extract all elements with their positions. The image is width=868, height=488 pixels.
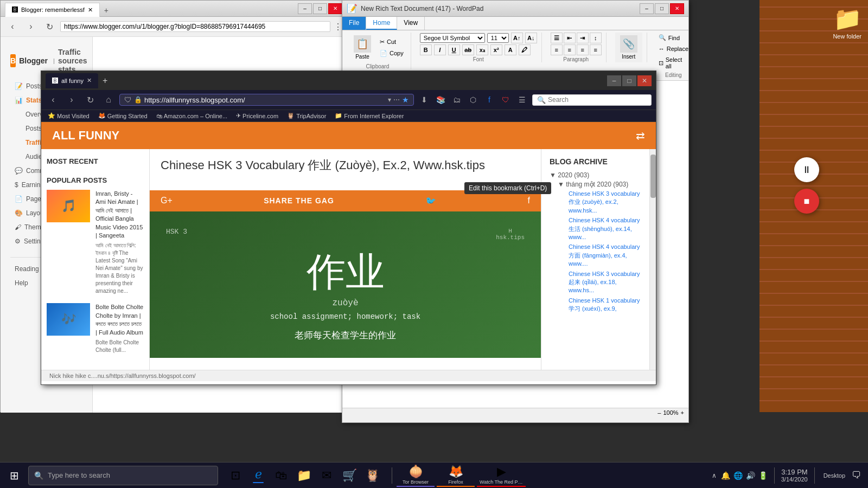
font-size-select[interactable]: 11 [487, 33, 509, 43]
archive-item-2[interactable]: Chinese HSK 4 vocabulary 生活 (shēnghuó), … [569, 216, 641, 241]
blogger-url-input[interactable] [60, 21, 330, 32]
subscript-btn[interactable]: x₂ [476, 44, 488, 55]
archive-item-5[interactable]: Chinese HSK 1 vocabulary 学习 (xuéxí), ex.… [569, 297, 641, 313]
notification-tray-icon[interactable]: 🔔 [721, 471, 730, 480]
bookmark-priceline[interactable]: ✈ Priceline.com [234, 111, 280, 120]
firefox-search-box[interactable]: 🔍 [532, 94, 652, 106]
year-2020-label[interactable]: ▼ 2020 (903) [550, 171, 641, 179]
blogger-minimize-btn[interactable]: – [298, 3, 312, 14]
underline-btn[interactable]: U [448, 44, 460, 55]
bookmark-getting-started[interactable]: 🦊 Getting Started [96, 111, 150, 120]
align-justify-btn[interactable]: ≡ [590, 44, 602, 55]
bold-btn[interactable]: B [420, 44, 432, 55]
align-left-btn[interactable]: ≡ [551, 44, 563, 55]
blogger-tab[interactable]: 🅱 Blogger: rememberlessf ✕ [5, 3, 100, 17]
network-tray-icon[interactable]: 🌐 [733, 471, 743, 480]
highlight-btn[interactable]: 🖍 [519, 44, 531, 55]
archive-item-3[interactable]: Chinese HSK 4 vocabulary 方面 (fāngmiàn), … [569, 243, 641, 268]
containers-icon[interactable]: ⬡ [466, 93, 480, 107]
font-shrink-btn[interactable]: A↓ [525, 33, 537, 43]
cut-button[interactable]: ✂Cut [377, 37, 406, 47]
italic-btn[interactable]: I [434, 44, 446, 55]
synced-tabs-icon[interactable]: 🗂 [450, 93, 464, 107]
taskbar-store-btn[interactable]: 🛍 [270, 465, 292, 486]
bookmark-most-visited[interactable]: ⭐ Most Visited [46, 111, 92, 120]
url-dropdown-btn[interactable]: ▾ [388, 96, 391, 104]
show-desktop-btn[interactable]: Desktop [821, 471, 847, 480]
google-plus-share-btn[interactable]: G+ [161, 196, 173, 206]
shuffle-icon[interactable]: ⇄ [636, 129, 645, 142]
align-right-btn[interactable]: ≡ [577, 44, 589, 55]
taskbar-arrow-icon[interactable]: ∧ [712, 472, 717, 479]
taskbar-tor-browser-item[interactable]: 🧅 Tor Browser [397, 464, 435, 487]
firefox-maximize-btn[interactable]: □ [622, 75, 636, 86]
wordpad-minimize-btn[interactable]: – [640, 3, 654, 14]
bookmark-amazon[interactable]: 🛍 Amazon.com – Online... [154, 112, 229, 120]
font-grow-btn[interactable]: A↑ [511, 33, 523, 43]
bookmark-from-ie[interactable]: 📁 From Internet Explorer [333, 111, 406, 120]
facebook-share-btn[interactable]: f [528, 196, 530, 206]
firefox-new-tab-btn[interactable]: + [98, 76, 112, 86]
ribbon-tab-file[interactable]: File [342, 17, 366, 30]
month-jan-label[interactable]: ▼ tháng một 2020 (903) [558, 181, 641, 188]
ublock-icon[interactable]: 🛡 [499, 93, 513, 107]
bullets-btn[interactable]: ☰ [551, 33, 563, 43]
blogger-menu-icon[interactable]: ⋮ [334, 22, 342, 32]
taskbar-clock[interactable]: 3:19 PM 3/14/2020 [781, 468, 808, 483]
archive-item-1[interactable]: Chinese HSK 3 vocabulary 作业 (zuòyè), ex.… [569, 190, 641, 215]
firefox-url-input[interactable] [144, 96, 386, 104]
taskbar-search-bar[interactable]: 🔍 Type here to search [28, 466, 218, 485]
desktop-folder[interactable]: 📁 New folder [833, 5, 861, 40]
ribbon-tab-home[interactable]: Home [366, 17, 397, 30]
popular-post-1[interactable]: 🎵 Imran, Bristy - Ami Nei Amate | আমি নে… [47, 190, 144, 295]
stop-recording-btn[interactable]: ■ [794, 189, 819, 214]
bookmark-tripadvisor[interactable]: 🦉 TripAdvisor [285, 111, 328, 120]
firefox-minimize-btn[interactable]: – [607, 75, 621, 86]
blogger-maximize-btn[interactable]: □ [313, 3, 327, 14]
taskbar-video-item[interactable]: ▶ Watch The Red Pill 20... [477, 464, 526, 487]
blogger-forward-btn[interactable]: › [23, 19, 39, 34]
taskbar-start-btn[interactable]: ⊞ [2, 464, 26, 487]
taskbar-task-view-btn[interactable]: ⊡ [225, 465, 246, 486]
library-icon[interactable]: 📚 [433, 93, 448, 107]
blogger-refresh-btn[interactable]: ↻ [42, 19, 57, 34]
find-button[interactable]: 🔍 Find [656, 33, 691, 43]
blogger-tab-close[interactable]: ✕ [88, 7, 93, 14]
taskbar-tripadvisor-btn[interactable]: 🦉 [361, 465, 383, 486]
blogger-back-btn[interactable]: ‹ [5, 19, 20, 34]
taskbar-notification-btn[interactable]: 🗨 [852, 470, 861, 481]
bookmark-star-btn[interactable]: ★ [402, 95, 409, 104]
wordpad-close-btn[interactable]: ✕ [670, 3, 684, 14]
firefox-active-tab[interactable]: 🅱 all funny ✕ [46, 73, 98, 88]
taskbar-mail-btn[interactable]: ✉ [316, 465, 337, 486]
firefox-home-btn[interactable]: ⌂ [101, 92, 116, 107]
select-all-button[interactable]: ⊡ Select all [656, 55, 691, 71]
superscript-btn[interactable]: x² [490, 44, 502, 55]
indent-left-btn[interactable]: ⇤ [564, 33, 576, 43]
line-spacing-btn[interactable]: ↕ [590, 33, 602, 43]
firefox-search-input[interactable] [548, 96, 635, 104]
volume-tray-icon[interactable]: 🔊 [746, 471, 755, 480]
firefox-back-btn[interactable]: ‹ [46, 92, 61, 107]
align-center-btn[interactable]: ≡ [564, 44, 576, 55]
download-icon[interactable]: ⬇ [417, 93, 431, 107]
firefox-refresh-btn[interactable]: ↻ [82, 92, 98, 107]
replace-button[interactable]: ↔ Replace [656, 44, 691, 54]
scroll-thumb[interactable] [650, 155, 656, 198]
blogger-new-tab[interactable]: + [100, 4, 113, 17]
taskbar-firefox-item[interactable]: 🦊 Firefox [437, 464, 475, 487]
insert-button[interactable]: 📎 Insert [615, 33, 642, 62]
font-family-select[interactable]: Segoe UI Symbol [420, 33, 485, 43]
battery-tray-icon[interactable]: 🔋 [758, 471, 768, 480]
taskbar-edge-btn[interactable]: ℯ [247, 465, 269, 486]
strikethrough-btn[interactable]: ab [462, 44, 474, 55]
pause-recording-btn[interactable]: ⏸ [794, 157, 819, 182]
firefox-close-btn[interactable]: ✕ [637, 75, 652, 86]
twitter-share-btn[interactable]: 🐦 [425, 196, 436, 206]
facebook-container-icon[interactable]: f [482, 93, 496, 107]
ribbon-tab-view[interactable]: View [397, 17, 425, 30]
blogger-close-btn[interactable]: ✕ [328, 3, 342, 14]
paste-button[interactable]: 📋 Paste [349, 33, 376, 62]
firefox-menu-btn[interactable]: ☰ [515, 93, 529, 107]
firefox-forward-btn[interactable]: › [64, 92, 79, 107]
